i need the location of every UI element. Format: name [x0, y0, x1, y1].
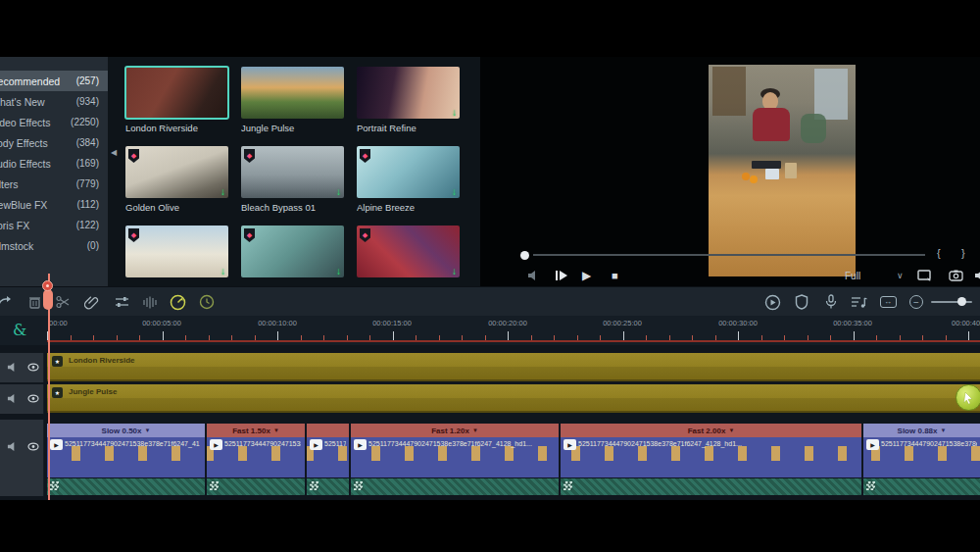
download-icon[interactable]: ↓ [220, 266, 225, 276]
sidebar-item-filmstock[interactable]: Filmstock (0) [0, 235, 108, 256]
sidebar-item-recommended[interactable]: Recommended (257) [0, 71, 108, 91]
detach-preview-button[interactable] [917, 266, 933, 285]
track-visibility-eye-icon[interactable] [27, 441, 39, 452]
mark-out-icon[interactable]: } [961, 247, 965, 259]
speed-segment-header[interactable]: Fast 1.50x▼ [207, 424, 305, 437]
effect-card-alpine-breeze[interactable]: ◆ ↓ Alpine Breeze [357, 146, 460, 214]
effect-thumbnail[interactable] [241, 67, 344, 119]
sidebar-item-whats-new[interactable]: What's New (934) [0, 91, 108, 112]
effect-thumbnail[interactable]: ◆ ↓ [241, 226, 344, 277]
download-icon[interactable]: ↓ [452, 186, 457, 197]
attach-paperclip-icon[interactable] [82, 293, 100, 311]
preview-quality-dropdown[interactable]: Full [845, 266, 860, 285]
effect-thumbnail[interactable] [125, 67, 228, 119]
effects-grid: London Riverside Jungle Pulse ↓ Portrait… [125, 67, 460, 277]
effect-card-jungle-pulse[interactable]: Jungle Pulse [241, 67, 344, 134]
sidebar-item-newblue-fx[interactable]: NewBlue FX (112) [0, 194, 108, 215]
adjust-sliders-icon[interactable] [113, 293, 130, 311]
effect-card-row3-3[interactable]: ◆ ↓ [357, 226, 460, 277]
auto-ripple-icon[interactable]: ↔ [879, 293, 897, 311]
chevron-down-icon[interactable]: ∨ [897, 266, 904, 285]
preview-panel: { } ▶ ■ Full ∨ [480, 57, 980, 286]
speed-ramp-icon[interactable] [169, 293, 186, 311]
sidebar-item-boris-fx[interactable]: Boris FX (122) [0, 215, 108, 235]
app-window: Recommended (257) What's New (934) Video… [0, 57, 980, 500]
effect-card-london-riverside[interactable]: London Riverside [125, 67, 228, 134]
effect-clip-jungle-pulse[interactable]: ★ Jungle Pulse [47, 384, 980, 413]
preview-volume-icon[interactable] [974, 266, 980, 285]
split-scissors-icon[interactable] [54, 293, 72, 311]
sidebar-item-audio-effects[interactable]: Audio Effects (169) [0, 153, 108, 174]
speed-segment-header[interactable] [307, 424, 349, 437]
ruler-label: 00:00:10:00 [243, 319, 312, 327]
clip-audio-waveform[interactable] [47, 477, 980, 495]
sidebar-collapse-icon[interactable]: ◀ [111, 148, 117, 157]
effect-card-portrait-refine[interactable]: ↓ Portrait Refine [357, 67, 460, 134]
track-visibility-eye-icon[interactable] [27, 362, 39, 373]
track-head-video [0, 420, 44, 496]
speed-segment-header[interactable]: Fast 2.00x▼ [561, 424, 861, 437]
effect-thumbnail[interactable]: ◆ ↓ [241, 146, 344, 198]
effect-card-golden-olive[interactable]: ◆ ↓ Golden Olive [125, 146, 228, 214]
download-icon[interactable]: ↓ [452, 266, 457, 276]
mark-in-icon[interactable]: { [937, 247, 941, 259]
render-preview-icon[interactable] [763, 293, 781, 311]
audio-mixer-icon[interactable] [850, 293, 867, 311]
delete-icon[interactable] [25, 293, 43, 311]
clip-filename: 525117734447902471538e378e71f6247_4128_h… [881, 440, 977, 450]
ruler-major-ticks [47, 331, 980, 340]
sidebar-item-body-effects[interactable]: Body Effects (384) [0, 132, 108, 153]
denoise-equalizer-icon[interactable] [141, 293, 159, 311]
ruler-label: 00:00:25:00 [588, 319, 657, 327]
sidebar-item-filters[interactable]: Filters (779) [0, 174, 108, 194]
effect-thumbnail[interactable]: ◆ ↓ [357, 226, 460, 277]
zoom-out-icon[interactable]: − [907, 293, 925, 311]
track-mute-icon[interactable] [7, 441, 18, 452]
dropdown-icon: ▼ [940, 427, 946, 433]
download-icon[interactable]: ↓ [336, 266, 341, 276]
effect-thumbnail[interactable]: ◆ ↓ [125, 146, 228, 198]
effect-thumbnail[interactable]: ↓ [357, 67, 460, 119]
clip-filename: 525117734447902471538e378e71f6247_4128_h… [224, 440, 301, 450]
effect-thumbnail[interactable]: ◆ ↓ [357, 146, 460, 198]
pro-badge-icon: ◆ [128, 228, 139, 242]
effect-clip-london-riverside[interactable]: ★ London Riverside [47, 353, 980, 381]
snapshot-camera-button[interactable] [949, 266, 963, 285]
video-carton [765, 169, 779, 179]
video-window [814, 69, 848, 120]
playhead-handle[interactable] [43, 289, 53, 310]
download-icon[interactable]: ↓ [220, 186, 225, 197]
effect-card-row3-1[interactable]: ◆ ↓ [125, 226, 228, 277]
mute-button[interactable] [527, 266, 541, 285]
ruler-marked-range [47, 340, 980, 342]
timeline-corner-icon[interactable]: & [13, 321, 26, 339]
redo-icon[interactable] [0, 293, 14, 311]
speed-segment-header[interactable]: Slow 0.88x▼ [863, 424, 980, 437]
timeline-tracks: ★ London Riverside ★ Jungle Pulse Slow 0… [0, 345, 980, 500]
history-icon[interactable] [198, 293, 216, 311]
effect-card-bleach-bypass[interactable]: ◆ ↓ Bleach Bypass 01 [241, 146, 344, 214]
ruler-label: 00:00:35:00 [818, 319, 887, 327]
track-visibility-eye-icon[interactable] [27, 393, 39, 404]
speed-segment-header[interactable]: Fast 1.20x▼ [351, 424, 559, 437]
track-mute-icon[interactable] [7, 362, 18, 373]
record-voiceover-mic-icon[interactable] [822, 293, 840, 311]
scrubber-handle[interactable] [520, 251, 529, 260]
speed-segment-header[interactable]: Slow 0.50x▼ [47, 424, 205, 437]
download-icon[interactable]: ↓ [452, 107, 457, 118]
next-frame-button[interactable] [555, 266, 567, 285]
track-mute-icon[interactable] [7, 393, 18, 404]
play-button[interactable]: ▶ [582, 266, 591, 285]
scrubber-track[interactable] [533, 254, 925, 256]
timeline-zoom-slider-handle[interactable] [957, 297, 966, 306]
effect-card-row3-2[interactable]: ◆ ↓ [241, 226, 344, 277]
effect-thumbnail[interactable]: ◆ ↓ [125, 226, 228, 277]
sidebar-item-video-effects[interactable]: Video Effects (2250) [0, 112, 108, 132]
stop-button[interactable]: ■ [612, 266, 618, 285]
click-indicator-cursor[interactable] [956, 384, 980, 411]
segment-separator [349, 424, 351, 495]
timeline-ruler[interactable]: 00:00 00:00:05:00 00:00:10:00 00:00:15:0… [47, 316, 980, 345]
download-icon[interactable]: ↓ [336, 186, 341, 197]
protect-shield-icon[interactable] [793, 293, 810, 311]
segment-separator [305, 424, 307, 495]
